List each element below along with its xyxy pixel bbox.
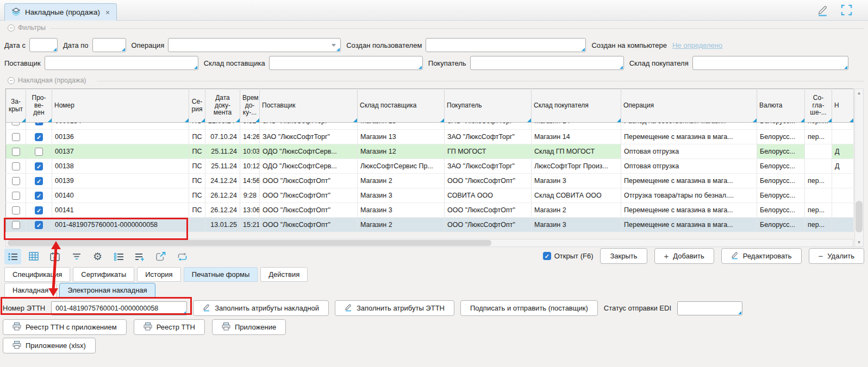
time-cell[interactable]: 14:56	[240, 174, 260, 188]
close-tab-icon[interactable]: ×	[105, 8, 110, 17]
table-row[interactable]: 001-4819075760001-0000000058 13.01.25 15…	[6, 218, 854, 232]
extra-cell[interactable]	[832, 188, 854, 203]
supplier-wh-cell[interactable]: Магазин 3	[358, 203, 445, 218]
delete-button[interactable]: −Удалить	[809, 248, 864, 264]
time-cell[interactable]: 10:12	[240, 159, 260, 174]
time-cell[interactable]: 10:03	[240, 144, 260, 159]
calendar-view-icon[interactable]	[47, 249, 64, 264]
currency-cell[interactable]: Белорусс...	[757, 218, 805, 232]
buyer-cell[interactable]: ЗАО "ЛюксСофтТорг"	[445, 130, 532, 144]
supplier-wh-cell[interactable]: Магазин 2	[358, 218, 445, 232]
supplier-wh-cell[interactable]: ЛюксСофтСервис Пр...	[358, 159, 445, 174]
number-cell[interactable]: 00139	[52, 174, 189, 188]
date-cell[interactable]: 21.06.24	[205, 123, 240, 130]
table-row[interactable]: 00139 ПС 24.12.24 14:56 ООО "ЛюксСофтОпт…	[6, 174, 854, 188]
col-currency[interactable]: Валюта	[757, 89, 805, 123]
supplier-cell[interactable]: ООО "ЛюксСофтОпт"	[260, 203, 358, 218]
buyer-wh-cell[interactable]: Склад ГП МОГОСТ	[532, 144, 621, 159]
closed-checkbox[interactable]	[12, 162, 20, 170]
tab-certificates[interactable]: Сертификаты	[73, 267, 134, 282]
table-row[interactable]: 00136 ПС 07.10.24 14:26 ЗАО "ЛюксСофтТор…	[6, 130, 854, 144]
open-external-icon[interactable]	[153, 249, 170, 264]
number-cell[interactable]: 001-4819075760001-0000000058	[52, 218, 189, 232]
extra-cell[interactable]	[832, 130, 854, 144]
operation-select[interactable]	[168, 38, 341, 52]
closed-checkbox[interactable]	[12, 177, 20, 185]
time-cell[interactable]: 14:26	[240, 130, 260, 144]
col-extra[interactable]: Н	[832, 89, 854, 123]
supplier-wh-cell[interactable]: Магазин 2	[358, 174, 445, 188]
agreement-cell[interactable]: пер...	[805, 218, 832, 232]
buyer-wh-cell[interactable]: Магазин 14	[532, 123, 621, 130]
posted-cell[interactable]	[26, 130, 52, 144]
number-cell[interactable]: 00137	[52, 144, 189, 159]
posted-cell[interactable]	[26, 188, 52, 203]
created-by-input[interactable]	[426, 38, 586, 52]
col-number[interactable]: Номер	[52, 89, 189, 123]
time-cell[interactable]: 13:06	[240, 203, 260, 218]
extra-cell[interactable]	[832, 174, 854, 188]
table-row[interactable]: 00137 ПС 25.11.24 10:03 ОДО "ЛюксСофтСер…	[6, 144, 854, 159]
tab-invoice[interactable]: Накладная	[4, 283, 57, 298]
date-cell[interactable]: 26.12.24	[205, 188, 240, 203]
closed-checkbox[interactable]	[12, 123, 20, 126]
supplier-cell[interactable]: ОДО "ЛюксСофтСерв...	[260, 159, 358, 174]
posted-checkbox[interactable]	[35, 133, 43, 141]
buyer-wh-cell[interactable]: Склад СОВИТА ООО	[532, 188, 621, 203]
series-cell[interactable]: ПС	[189, 159, 205, 174]
col-supplier[interactable]: Поставщик	[260, 89, 358, 123]
posted-checkbox[interactable]	[35, 123, 43, 126]
series-cell[interactable]: ПС	[189, 174, 205, 188]
closed-checkbox[interactable]	[12, 148, 20, 156]
date-cell[interactable]: 13.01.25	[205, 218, 240, 232]
posted-cell[interactable]	[26, 218, 52, 232]
scroll-down-icon[interactable]: ▼	[855, 240, 863, 245]
operation-cell[interactable]: Оптовая отгрузка	[621, 144, 757, 159]
supplier-wh-cell[interactable]: Магазин 13	[358, 123, 445, 130]
col-doc-time[interactable]: Врем до- ку-...	[240, 89, 260, 123]
add-list-icon[interactable]	[132, 249, 148, 264]
print-attachment-button[interactable]: Приложение	[212, 319, 286, 335]
created-on-link[interactable]: Не определено	[672, 41, 722, 49]
table-row[interactable]: 00138 ПС 25.11.24 10:12 ОДО "ЛюксСофтСер…	[6, 159, 854, 174]
buyer-wh-input[interactable]	[692, 56, 848, 70]
edit-pencil-icon[interactable]	[817, 4, 828, 18]
numbered-list-icon[interactable]	[110, 249, 127, 264]
supplier-wh-cell[interactable]: Магазин 13	[358, 130, 445, 144]
table-row[interactable]: 0000134 ПС 21.06.24 9:32 ЗАО "ЛюксСофтТо…	[6, 123, 854, 130]
supplier-wh-cell[interactable]: Магазин 12	[358, 144, 445, 159]
buyer-cell[interactable]: ЗАО "ЛюксСофтТорг"	[445, 123, 532, 130]
posted-cell[interactable]	[26, 174, 52, 188]
closed-cell[interactable]	[6, 203, 26, 218]
closed-checkbox[interactable]	[12, 206, 20, 214]
buyer-cell[interactable]: ООО "ЛюксСофтОпт"	[445, 203, 532, 218]
number-cell[interactable]: 00136	[52, 130, 189, 144]
posted-checkbox[interactable]	[35, 177, 43, 185]
open-f6-checkbox[interactable]: Открыт (F6)	[543, 252, 594, 260]
agreement-cell[interactable]	[805, 188, 832, 203]
scroll-up-icon[interactable]: ▲	[855, 91, 863, 96]
time-cell[interactable]: 9:28	[240, 188, 260, 203]
print-ttn-register-button[interactable]: Реестр ТТН	[134, 319, 205, 335]
closed-cell[interactable]	[6, 188, 26, 203]
supplier-cell[interactable]: ООО "ЛюксСофтОпт"	[260, 188, 358, 203]
series-cell[interactable]: ПС	[189, 203, 205, 218]
tab-electronic-invoice[interactable]: Электронная накладная	[59, 283, 155, 298]
refresh-icon[interactable]	[174, 249, 191, 264]
sign-and-send-button[interactable]: Подписать и отправить (поставщик)	[460, 300, 598, 316]
buyer-input[interactable]	[470, 56, 624, 70]
col-buyer[interactable]: Покупатель	[445, 89, 532, 123]
fill-invoice-attrs-button[interactable]: Заполнить атрибуты накладной	[193, 300, 329, 316]
grid-view-icon[interactable]	[26, 249, 42, 264]
operation-cell[interactable]: Отгрузка товара/тары по безнал....	[621, 188, 757, 203]
buyer-cell[interactable]: ООО "ЛюксСофтОпт"	[445, 174, 532, 188]
checkbox-icon[interactable]	[543, 252, 551, 260]
posted-cell[interactable]	[26, 123, 52, 130]
supplier-wh-cell[interactable]: Магазин 3	[358, 188, 445, 203]
col-series[interactable]: Се- рия	[189, 89, 205, 123]
date-to-input[interactable]	[92, 38, 126, 52]
series-cell[interactable]	[189, 218, 205, 232]
buyer-cell[interactable]: ЗАО "ЛюксСофтТорг"	[445, 159, 532, 174]
buyer-wh-cell[interactable]: Магазин 2	[532, 203, 621, 218]
buyer-wh-cell[interactable]: ЛюксСофтТорг Произ...	[532, 159, 621, 174]
